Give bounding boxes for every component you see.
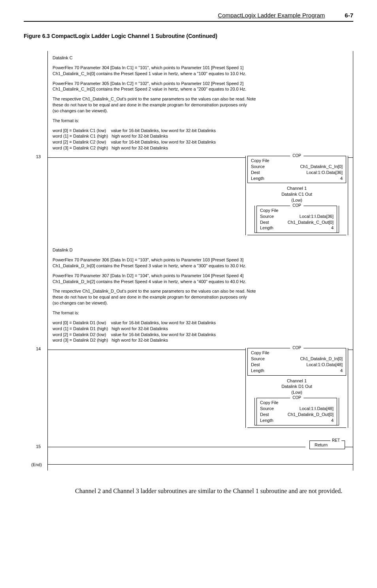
cop-len-value: 4 [331, 225, 334, 231]
cop-dst-label: Dest [260, 412, 269, 418]
cop-tag: COP [290, 345, 303, 351]
cop-len-label: Length [260, 418, 273, 424]
rung14-p3: The respective Ch1_Datalink_D_Out's poin… [53, 288, 348, 294]
cop-instruction: COP Copy File SourceCh1_Datalink_C_In[0]… [247, 156, 346, 183]
branch-label: Datalink D1 Out [247, 384, 346, 389]
rung13-w0: word [0] = Datalink C1 (low) value for 1… [53, 128, 348, 134]
rung14-heading: Datalink D [53, 247, 348, 253]
cop-dst-value: Ch1_Datalink_D_Out[0] [288, 412, 334, 418]
rung14-p1b: Ch1_Datalink_D_In[0] contains the Preset… [53, 263, 348, 269]
cop-instruction: COP Copy File SourceLocal:1:I.Data[36] D… [256, 206, 337, 233]
rung14-fmt: The format is: [53, 310, 348, 316]
ret-tag: RET [330, 438, 341, 443]
end-label: (End) [31, 462, 42, 468]
branch-label: Channel 1 [247, 378, 346, 384]
cop-dst-value: Ch1_Datalink_C_Out[0] [288, 219, 334, 225]
rung14-number: 14 [36, 346, 41, 352]
rung13-w3: word (3] = Datalink C2 (high) high word … [53, 145, 348, 151]
rung13-p3: The respective Ch1_Datalink_C_Out's poin… [53, 96, 348, 102]
branch-label: Datalink C1 Out [247, 191, 346, 197]
rung-end: (End) [47, 455, 353, 471]
rung13-number: 13 [36, 154, 41, 160]
rung13-p1: PowerFlex 70 Parameter 304 [Data In C1] … [53, 65, 348, 71]
ladder-diagram: Datalink C PowerFlex 70 Parameter 304 [D… [47, 51, 353, 471]
rung13-p2: PowerFlex 70 Parameter 305 [Data In C2] … [53, 81, 348, 87]
rung13-heading: Datalink C [53, 55, 348, 61]
cop-instruction: COP Copy File SourceCh1_Datalink_D_In[0]… [247, 348, 346, 375]
rung14-w1: word (1] = Datalink D1 (high) high word … [53, 326, 348, 332]
cop-dst-label: Dest [260, 219, 269, 225]
cop-src-label: Source [260, 406, 274, 412]
cop-dst-label: Dest [251, 170, 260, 176]
rung14-p3c: (so changes can be viewed). [53, 300, 348, 306]
rung13-w2: word [2] = Datalink C2 (low) value for 1… [53, 139, 348, 145]
branch-label: (Low) [247, 197, 346, 203]
cop-src-label: Source [251, 356, 265, 362]
cop-len-value: 4 [331, 418, 334, 424]
header-title: CompactLogix Ladder Example Program [218, 12, 325, 19]
cop-title: Copy File [260, 400, 334, 406]
cop-tag: COP [290, 395, 303, 401]
rung13-p2b: Ch1_Datalink_C_In[2] contains the Preset… [53, 86, 348, 92]
footer-text: Channel 2 and Channel 3 ladder subroutin… [75, 486, 345, 496]
rung14-w2: word [2] = Datalink D2 (low) value for 1… [53, 332, 348, 338]
cop-title: Copy File [251, 350, 343, 356]
rung13-p3b: these do not have to be equal and are do… [53, 102, 348, 108]
cop-title: Copy File [260, 208, 334, 214]
page-header: CompactLogix Ladder Example Program 6-7 [24, 12, 353, 22]
rung14-p2: PowerFlex 70 Parameter 307 [Data In D2] … [53, 273, 348, 279]
cop-len-label: Length [251, 176, 264, 182]
cop-len-label: Length [260, 225, 273, 231]
rung14-p1: PowerFlex 70 Parameter 306 [Data In D1] … [53, 257, 348, 263]
cop-dst-value: Local:1:O.Data[48] [306, 362, 343, 368]
rung13-p3c: (so changes can be viewed). [53, 108, 348, 114]
rung14-p3b: these do not have to be equal and are do… [53, 294, 348, 300]
cop-len-value: 4 [340, 368, 343, 374]
figure-caption: Figure 6.3 CompactLogix Ladder Logic Cha… [24, 33, 353, 39]
rung14-p2b: Ch1_Datalink_D_In[2] contains the Preset… [53, 279, 348, 285]
cop-len-label: Length [251, 368, 264, 374]
rung14-w0: word [0] = Datalink D1 (low) value for 1… [53, 320, 348, 326]
rung-14: Datalink D PowerFlex 70 Parameter 306 [D… [47, 239, 353, 431]
rung14-w3: word (3] = Datalink D2 (high) high word … [53, 337, 348, 343]
rung-15: 15 RET Return [47, 432, 353, 455]
cop-src-value: Ch1_Datalink_D_In[0] [300, 356, 343, 362]
cop-src-value: Local:1:I.Data[36] [300, 214, 334, 219]
rung13-fmt: The format is: [53, 118, 348, 124]
cop-src-value: Local:1:I.Data[48] [300, 406, 334, 412]
rung13-w1: word (1] = Datalink C1 (high) high word … [53, 133, 348, 139]
ret-label: Return [315, 442, 328, 447]
rung15-number: 15 [36, 444, 41, 450]
ret-instruction: RET Return [309, 441, 345, 450]
cop-src-value: Ch1_Datalink_C_In[0] [300, 164, 343, 170]
cop-dst-value: Local:1:O.Data[36] [306, 170, 343, 176]
cop-src-label: Source [260, 214, 274, 219]
cop-instruction: COP Copy File SourceLocal:1:I.Data[48] D… [256, 398, 337, 425]
cop-tag: COP [290, 203, 303, 208]
rung13-p1b: Ch1_Datalink_C_In[0] contains the Preset… [53, 71, 348, 77]
cop-title: Copy File [251, 158, 343, 164]
cop-src-label: Source [251, 164, 265, 170]
cop-tag: COP [290, 153, 303, 159]
cop-len-value: 4 [340, 176, 343, 182]
rung-13: Datalink C PowerFlex 70 Parameter 304 [D… [47, 51, 353, 239]
branch-label: Channel 1 [247, 185, 346, 191]
cop-dst-label: Dest [251, 362, 260, 368]
page-number: 6-7 [345, 12, 353, 19]
branch-label: (Low) [247, 389, 346, 395]
